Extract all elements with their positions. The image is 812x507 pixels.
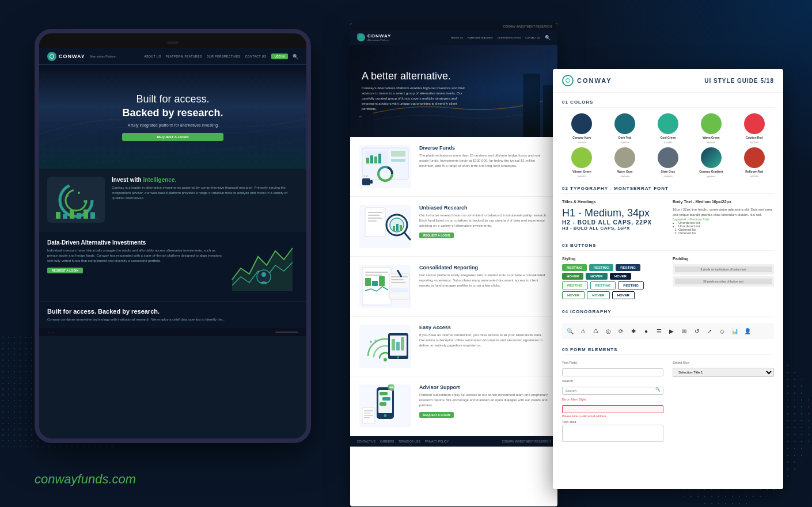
web-nav-about[interactable]: ABOUT US (451, 36, 463, 39)
color-hex-slate-gray: #5d6b7b (663, 175, 673, 178)
sg-btn-teal-resting[interactable]: RESTING (589, 264, 614, 271)
svg-rect-57 (391, 279, 404, 280)
web-advisor-title: Advisor Support (419, 384, 548, 390)
web-research-btn[interactable]: REQUEST A LOGIN (419, 232, 454, 238)
svg-rect-52 (365, 278, 371, 286)
tablet-hero-title: Built for access. Backed by research. (122, 93, 223, 120)
color-name-rollover-red: Rollover Red (745, 170, 763, 173)
web-footer-terms[interactable]: TERMS OF USE (399, 440, 420, 443)
web-nav-contact[interactable]: CONTACT US (525, 36, 540, 39)
sg-btn-outline-green-resting[interactable]: RESTING (562, 281, 588, 289)
color-circle-teal (614, 113, 635, 134)
tablet-nav-platform[interactable]: PLATFORM FEATURES (166, 55, 202, 58)
tablet-bottom-bar: ← → (39, 328, 306, 336)
sg-btn-outline-green-hover[interactable]: HOVER (562, 291, 585, 299)
tablet-login-button[interactable]: LOG IN (271, 54, 288, 59)
sg-btn-teal-hover[interactable]: HOVER (586, 273, 607, 280)
sg-form-left-col: Text Field Search 🔍 Error Alert Style Pl… (562, 361, 663, 444)
sg-buttons-title: 03 Buttons (562, 243, 774, 251)
svg-rect-8 (56, 212, 60, 219)
tablet-data-driven-chart (229, 239, 298, 293)
icon-circle: ● (642, 326, 651, 336)
color-name-slate-gray: Slate Gray (661, 170, 676, 173)
sg-btn-green-hover[interactable]: HOVER (562, 273, 583, 280)
tablet-nav-about[interactable]: ABOUT US (144, 55, 161, 58)
web-footer: CONTACT US CAREERS TERMS OF USE PRIVACY … (350, 436, 557, 447)
sg-text-field-label: Text Field (562, 361, 663, 364)
sg-btn-green-resting[interactable]: RESTING (562, 264, 587, 271)
svg-rect-39 (368, 212, 382, 213)
web-nav-platform[interactable]: PLATFORM FEATURES (468, 36, 493, 39)
web-advisor-btn[interactable]: REQUEST A LOGIN (419, 412, 454, 418)
reporting-svg (359, 265, 411, 308)
svg-rect-46 (393, 226, 395, 231)
color-name-gradient: Conway Gradient (699, 170, 723, 173)
svg-rect-34 (362, 178, 370, 185)
web-reporting-body: Our secure platform easily integrates wi… (419, 273, 548, 288)
tablet-nav-contact[interactable]: CONTACT US (245, 55, 267, 58)
tablet-section-footer: Built for access. Backed by research. Co… (39, 302, 306, 328)
sg-padding-box-2: 30 pixels on sides of button text (673, 276, 774, 287)
tablet-mockup: CONWAY Alternatives Platform ABOUT US PL… (35, 29, 311, 443)
tablet-data-driven-text: Data-Driven Alternative Investments Indi… (47, 239, 222, 293)
color-circle-navy (571, 113, 592, 134)
color-hex-caution-red: #e63946 (750, 141, 759, 144)
tablet-data-driven-btn[interactable]: REQUEST A LOGIN (47, 268, 83, 273)
sg-btn-outline-teal-hover[interactable]: HOVER (587, 291, 609, 299)
tablet-logo-icon (47, 52, 56, 61)
color-swatch-vibrant-green: Vibrant Green #8dc63f (562, 147, 602, 178)
web-hero-title: A better alternative. (362, 70, 465, 83)
color-hex-vibrant-green: #8dc63f (578, 175, 586, 178)
color-swatch-teal: Dark Teal #1b6b7b (605, 113, 645, 144)
svg-point-69 (374, 340, 377, 342)
tablet-nav-perspectives[interactable]: OUR PERSPECTIVES (207, 55, 241, 58)
icon-search: 🔍 (566, 326, 575, 336)
sg-colors-title: 01 Colors (562, 100, 774, 108)
sg-btn-outline-navy-resting[interactable]: RESTING (618, 281, 644, 289)
svg-rect-35 (370, 180, 373, 184)
svg-rect-27 (366, 158, 369, 163)
web-diverse-funds-body: The platform features more than 25 onsho… (419, 153, 548, 169)
sg-btn-navy-resting[interactable]: RESTING (616, 264, 640, 271)
icon-undo: ↺ (692, 326, 701, 336)
web-search-icon[interactable]: 🔍 (545, 35, 551, 40)
sg-btn-outline-hover-row: HOVER HOVER HOVER (562, 291, 663, 299)
tablet-search-icon[interactable]: 🔍 (293, 54, 298, 59)
web-footer-careers[interactable]: CAREERS (380, 440, 394, 443)
web-feature-advisor: Advisor Support Platform subscribers enj… (350, 376, 557, 436)
web-footer-contact[interactable]: CONTACT US (357, 440, 375, 443)
color-swatch-caution-red: Caution Red #e63946 (734, 113, 774, 144)
web-footer-privacy[interactable]: PRIVACY POLICY (425, 440, 449, 443)
sg-select-box[interactable]: Selection Title 1 Selection Title 2 Sele… (673, 368, 774, 377)
svg-rect-28 (370, 155, 373, 163)
tablet-footer-title: Built for access. Backed by research. (47, 308, 298, 315)
web-top-bar: CONWAY INVESTMENT RESEARCH (350, 23, 557, 30)
sg-btn-outline-navy-hover[interactable]: HOVER (612, 291, 635, 299)
sg-error-input[interactable] (562, 405, 663, 413)
web-hero-body: Conway's Alternatives Platform enables h… (362, 86, 465, 112)
color-circle-cool-green (658, 113, 678, 134)
icon-target: ◎ (604, 326, 613, 336)
color-name-cool-green: Cool Green (661, 136, 676, 139)
sg-typo-ol-2: Ordered list (678, 231, 774, 235)
tablet-hero-cta[interactable]: REQUEST A LOGIN (122, 133, 223, 141)
tablet-data-driven-body: Individual investors have historically s… (47, 248, 222, 264)
icon-mail: ✉ (680, 326, 689, 336)
sg-text-field-input[interactable] (562, 368, 663, 376)
web-nav-perspectives[interactable]: OUR PERSPECTIVES (498, 36, 521, 39)
sg-logo-icon (562, 75, 574, 86)
sg-textarea-label: Text area (562, 420, 663, 424)
url-bar: conwayfunds.com (35, 472, 136, 487)
svg-point-79 (390, 387, 392, 388)
sg-textarea[interactable] (562, 425, 663, 442)
sg-btn-navy-hover[interactable]: HOVER (610, 273, 631, 280)
svg-rect-41 (368, 218, 382, 219)
color-swatch-warm-gray: Warm Gray #9e9e8a (605, 147, 645, 178)
svg-rect-85 (364, 417, 370, 418)
sg-btn-outline-teal-resting[interactable]: RESTING (590, 281, 616, 289)
svg-rect-40 (368, 215, 380, 216)
sg-search-input[interactable] (562, 387, 663, 395)
svg-point-68 (370, 341, 372, 343)
web-access-body: If you have an internet connection, you … (419, 333, 548, 348)
web-logo-texts: CONWAY Alternatives Platform (367, 33, 391, 41)
